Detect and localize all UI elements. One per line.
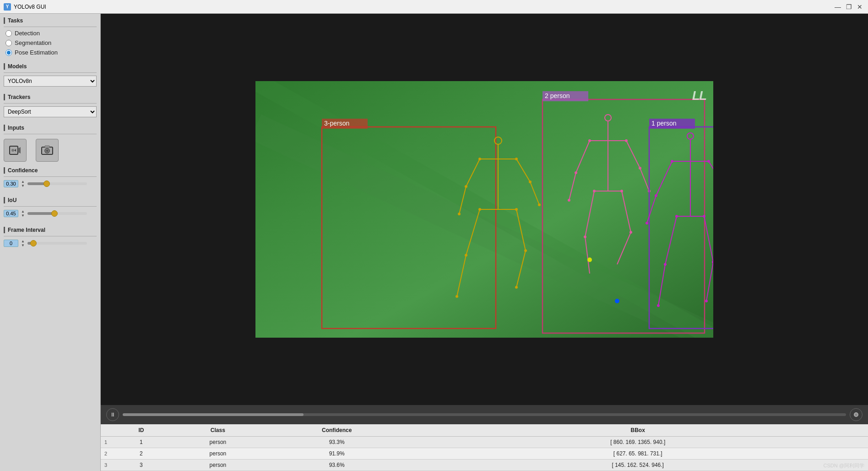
input-icons <box>0 135 100 164</box>
cell-class: person <box>170 460 266 471</box>
frame-interval-value: 0 <box>4 240 18 247</box>
confidence-label: Confidence <box>0 164 100 175</box>
iou-slider[interactable] <box>27 212 87 215</box>
radio-pose-input[interactable] <box>5 49 12 56</box>
frame-interval-label: Frame Interval <box>0 223 100 235</box>
iou-slider-section: 0.45 ▲▼ <box>0 208 100 223</box>
models-divider <box>4 72 97 73</box>
progress-bar[interactable] <box>123 413 846 416</box>
svg-point-6 <box>46 150 49 152</box>
inputs-label: Inputs <box>0 121 100 133</box>
radio-detection-input[interactable] <box>5 30 12 37</box>
cell-confidence: 93.3% <box>266 437 407 448</box>
record-button[interactable] <box>850 408 863 421</box>
confidence-divider <box>4 176 97 177</box>
radio-segmentation-input[interactable] <box>5 40 12 46</box>
progress-fill <box>123 413 304 416</box>
table-row: 1 1 person 93.3% [ 860. 169. 1365. 940.] <box>101 437 868 448</box>
tasks-label: Tasks <box>0 14 100 26</box>
video-controls: ⏸ <box>101 405 868 424</box>
detection-table: ID Class Confidence BBox 1 1 person 93.3… <box>101 424 868 471</box>
camera-icon <box>36 139 59 162</box>
cell-id: 1 <box>113 437 170 448</box>
frame-interval-divider <box>4 236 97 236</box>
app-icon: Y <box>4 3 11 11</box>
radio-segmentation-label: Segmentation <box>15 39 51 46</box>
camera-input-button[interactable] <box>36 139 59 162</box>
video-watermark: LL <box>692 88 706 103</box>
tasks-divider <box>4 27 97 27</box>
col-class: Class <box>170 424 266 437</box>
table-row: 2 2 person 91.9% [ 627. 65. 981. 731.] <box>101 448 868 460</box>
col-rownum <box>101 424 113 437</box>
tasks-radio-group: Detection Segmentation Pose Estimation <box>0 28 100 60</box>
cell-id: 2 <box>113 448 170 460</box>
svg-rect-7 <box>45 146 49 148</box>
frame-interval-slider[interactable] <box>27 242 87 245</box>
confidence-slider-row: 0.30 ▲▼ <box>4 180 97 188</box>
row-num: 2 <box>101 448 113 460</box>
cell-bbox: [ 860. 169. 1365. 940.] <box>407 437 868 448</box>
cell-confidence: 91.9% <box>266 448 407 460</box>
confidence-spin[interactable]: ▲▼ <box>21 180 25 188</box>
row-num: 1 <box>101 437 113 448</box>
frame-interval-spin[interactable]: ▲▼ <box>21 239 25 247</box>
video-area: 3-person <box>101 14 868 405</box>
frame-interval-slider-row: 0 ▲▼ <box>4 239 97 247</box>
cell-class: person <box>170 448 266 460</box>
models-label: Models <box>0 60 100 71</box>
table-header-row: ID Class Confidence BBox <box>101 424 868 437</box>
close-button[interactable]: ✕ <box>855 2 864 11</box>
restore-button[interactable]: ❐ <box>844 2 853 11</box>
iou-label: IoU <box>0 193 100 205</box>
svg-point-2 <box>11 149 14 152</box>
pause-button[interactable]: ⏸ <box>106 408 119 421</box>
title-bar-left: Y YOLOv8 GUI <box>4 3 46 11</box>
confidence-slider[interactable] <box>27 182 87 185</box>
cell-bbox: [ 627. 65. 981. 731.] <box>407 448 868 460</box>
radio-detection-label: Detection <box>15 30 40 37</box>
cell-id: 3 <box>113 460 170 471</box>
video-icon <box>4 139 27 162</box>
table-row: 3 3 person 93.6% [ 145. 162. 524. 946.] <box>101 460 868 471</box>
trackers-dropdown-wrap: DeepSort ByteTrack SORT <box>0 104 100 121</box>
iou-value: 0.45 <box>4 210 18 217</box>
cell-class: person <box>170 437 266 448</box>
radio-pose-label: Pose Estimation <box>15 49 58 56</box>
radio-pose[interactable]: Pose Estimation <box>5 49 95 56</box>
detection-table-wrap: ID Class Confidence BBox 1 1 person 93.3… <box>101 424 868 471</box>
radio-detection[interactable]: Detection <box>5 30 95 37</box>
main-layout: Tasks Detection Segmentation Pose Estima… <box>0 14 868 471</box>
minimize-button[interactable]: — <box>833 2 842 11</box>
app-title: YOLOv8 GUI <box>14 4 46 10</box>
models-select[interactable]: YOLOv8n YOLOv8s YOLOv8m YOLOv8l YOLOv8x <box>4 76 97 87</box>
trackers-select[interactable]: DeepSort ByteTrack SORT <box>4 106 97 117</box>
cell-confidence: 93.6% <box>266 460 407 471</box>
iou-divider <box>4 206 97 207</box>
right-content: 3-person <box>101 14 868 471</box>
video-background <box>255 81 713 338</box>
cell-bbox: [ 145. 162. 524. 946.] <box>407 460 868 471</box>
radio-segmentation[interactable]: Segmentation <box>5 39 95 46</box>
col-confidence: Confidence <box>266 424 407 437</box>
col-bbox: BBox <box>407 424 868 437</box>
video-input-button[interactable] <box>4 139 27 162</box>
inputs-divider <box>4 134 97 134</box>
col-id: ID <box>113 424 170 437</box>
confidence-value: 0.30 <box>4 180 18 187</box>
trackers-label: Trackers <box>0 90 100 102</box>
frame-interval-slider-section: 0 ▲▼ <box>0 237 100 253</box>
iou-slider-row: 0.45 ▲▼ <box>4 209 97 218</box>
confidence-slider-section: 0.30 ▲▼ <box>0 178 100 193</box>
row-num: 3 <box>101 460 113 471</box>
left-panel: Tasks Detection Segmentation Pose Estima… <box>0 14 101 471</box>
csdn-watermark: CSDN @阿利同学 <box>824 462 864 469</box>
video-canvas: 3-person <box>255 81 713 338</box>
models-dropdown-wrap: YOLOv8n YOLOv8s YOLOv8m YOLOv8l YOLOv8x <box>0 74 100 90</box>
trackers-divider <box>4 103 97 104</box>
iou-spin[interactable]: ▲▼ <box>21 209 25 218</box>
record-dot-icon <box>854 412 858 417</box>
window-controls: — ❐ ✕ <box>833 2 864 11</box>
title-bar: Y YOLOv8 GUI — ❐ ✕ <box>0 0 868 14</box>
